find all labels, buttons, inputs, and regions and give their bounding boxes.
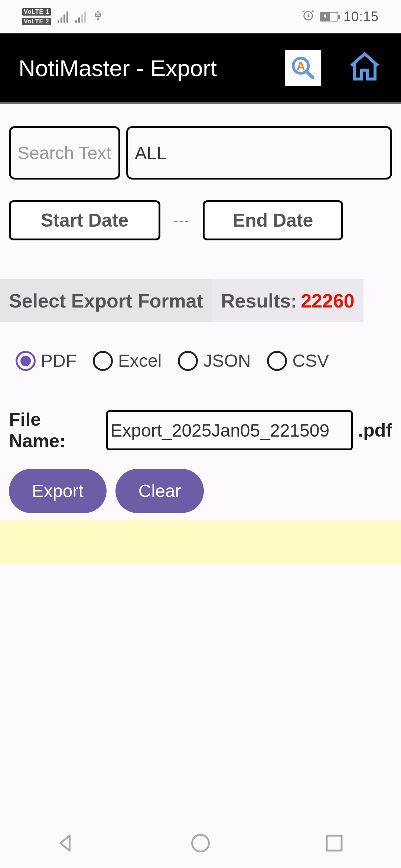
svg-rect-5 <box>327 836 342 851</box>
home-nav-button[interactable] <box>189 832 212 856</box>
results-count: 22260 <box>301 290 355 312</box>
status-time: 10:15 <box>343 9 379 24</box>
app-title: NotiMaster - Export <box>19 55 217 81</box>
status-left: VoLTE 1 VoLTE 2 <box>22 8 104 25</box>
radio-label: JSON <box>203 351 251 371</box>
volte1-badge: VoLTE 1 <box>22 8 51 16</box>
action-row: Export Clear <box>9 469 392 513</box>
radio-label: CSV <box>292 351 329 371</box>
export-button[interactable]: Export <box>9 469 107 513</box>
file-extension: .pdf <box>358 420 392 441</box>
svg-point-4 <box>192 835 209 852</box>
end-date-button[interactable]: End Date <box>203 200 343 240</box>
date-row: Start Date --- End Date <box>9 200 392 240</box>
filename-input[interactable] <box>106 410 353 450</box>
system-nav-bar <box>0 820 401 868</box>
volte-badges: VoLTE 1 VoLTE 2 <box>22 8 51 25</box>
app-actions: A <box>285 49 382 86</box>
format-bar: Select Export Format Results: 22260 <box>0 279 401 322</box>
signal-sim1-icon <box>58 11 68 23</box>
scope-select[interactable]: ALL <box>126 126 392 180</box>
circle-icon <box>189 832 212 854</box>
radio-circle-icon <box>267 351 287 371</box>
signal-sim2-icon <box>75 11 86 23</box>
battery-icon <box>320 12 338 22</box>
search-row: ALL <box>9 126 392 180</box>
start-date-button[interactable]: Start Date <box>9 200 160 240</box>
svg-text:A: A <box>297 59 305 73</box>
svg-line-2 <box>306 71 313 78</box>
end-date-label: End Date <box>233 210 313 231</box>
filename-row: File Name: .pdf <box>9 409 392 452</box>
content: ALL Start Date --- End Date Select Expor… <box>0 104 401 564</box>
radio-label: Excel <box>118 351 162 371</box>
search-button[interactable]: A <box>285 50 321 86</box>
format-label: Select Export Format <box>0 279 212 322</box>
scope-value: ALL <box>135 143 166 163</box>
ad-strip <box>0 520 401 564</box>
app-bar: NotiMaster - Export A <box>0 33 401 104</box>
format-radio-pdf[interactable]: PDF <box>16 351 76 371</box>
radio-label: PDF <box>41 351 76 371</box>
date-separator: --- <box>174 213 189 228</box>
home-button[interactable] <box>347 49 382 86</box>
search-input[interactable] <box>9 126 120 180</box>
format-radio-group: PDFExcelJSONCSV <box>9 351 392 371</box>
recents-button[interactable] <box>323 832 345 856</box>
back-icon <box>56 832 78 854</box>
format-radio-json[interactable]: JSON <box>178 351 251 371</box>
format-radio-csv[interactable]: CSV <box>267 351 329 371</box>
search-icon: A <box>290 55 316 81</box>
radio-circle-icon <box>93 351 113 371</box>
status-bar: VoLTE 1 VoLTE 2 10:15 <box>0 0 401 33</box>
clear-button[interactable]: Clear <box>115 469 204 513</box>
radio-circle-icon <box>178 351 198 371</box>
radio-circle-icon <box>16 351 36 371</box>
square-icon <box>323 832 345 854</box>
export-label: Export <box>32 481 84 501</box>
usb-icon <box>92 10 104 24</box>
alarm-icon <box>302 9 314 24</box>
results-box: Results: 22260 <box>212 279 363 322</box>
filename-label: File Name: <box>9 409 101 452</box>
format-radio-excel[interactable]: Excel <box>93 351 162 371</box>
results-label: Results: <box>221 290 297 312</box>
volte2-badge: VoLTE 2 <box>22 18 51 25</box>
start-date-label: Start Date <box>41 210 128 231</box>
home-icon <box>347 49 382 85</box>
back-button[interactable] <box>56 832 78 856</box>
clear-label: Clear <box>138 481 181 501</box>
status-right: 10:15 <box>302 9 379 24</box>
